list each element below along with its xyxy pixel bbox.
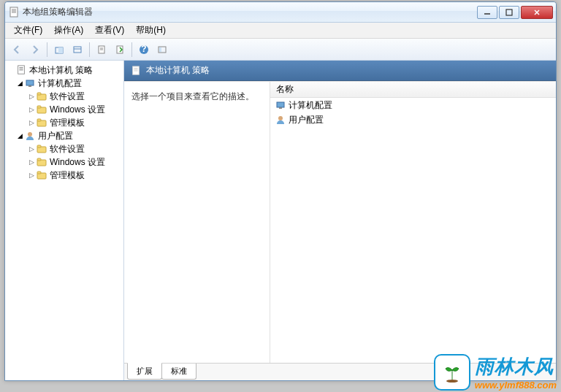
tree-label: 用户配置 [38, 130, 73, 142]
app-icon [8, 7, 20, 18]
svg-rect-19 [37, 119, 41, 121]
tree-pane[interactable]: 本地计算机 策略 ◢ 计算机配置 ▷ 软件设置 ▷ Windows 设置 ▷ 管… [5, 61, 124, 380]
titlebar[interactable]: 本地组策略编辑器 [5, 2, 556, 23]
properties-button[interactable] [93, 41, 110, 58]
back-button[interactable] [8, 41, 26, 58]
list-pane: 名称 计算机配置 用户配置 [270, 82, 556, 363]
tree-label: 管理模板 [50, 117, 85, 129]
export-button[interactable] [111, 41, 129, 58]
menubar: 文件(F) 操作(A) 查看(V) 帮助(H) [5, 23, 556, 39]
svg-rect-24 [37, 158, 41, 161]
expand-icon[interactable]: ▷ [27, 93, 36, 100]
details-title: 本地计算机 策略 [146, 64, 210, 77]
tree-user-config[interactable]: ◢ 用户配置 [7, 129, 122, 142]
folder-icon [36, 91, 47, 102]
details-header: 本地计算机 策略 [124, 61, 556, 81]
toolbar-separator [89, 42, 90, 57]
folder-icon [36, 104, 47, 115]
menu-action[interactable]: 操作(A) [48, 23, 89, 38]
folder-icon [36, 169, 47, 181]
tree-label: Windows 设置 [50, 104, 105, 116]
list-item[interactable]: 用户配置 [270, 112, 556, 127]
svg-rect-22 [37, 145, 41, 147]
tree-windows-settings[interactable]: ▷ Windows 设置 [7, 103, 122, 116]
toolbar-separator [131, 42, 132, 57]
tree-software-settings[interactable]: ▷ 软件设置 [7, 90, 122, 103]
svg-rect-29 [279, 107, 282, 109]
tree-label: 软件设置 [50, 143, 85, 155]
svg-point-31 [446, 380, 458, 383]
window-title: 本地组策略编辑器 [23, 6, 477, 18]
toolbar-extra-button[interactable] [153, 41, 171, 58]
forward-button[interactable] [26, 41, 44, 58]
tree-computer-config[interactable]: ◢ 计算机配置 [7, 77, 122, 90]
menu-file[interactable]: 文件(F) [8, 23, 48, 38]
maximize-button[interactable] [499, 6, 519, 19]
watermark-text: 雨林木风 www.ylmf888.com [475, 354, 557, 391]
folder-icon [36, 143, 47, 155]
list-item-label: 用户配置 [289, 114, 324, 126]
watermark: 雨林木风 www.ylmf888.com [434, 354, 557, 391]
expand-icon[interactable]: ▷ [27, 119, 36, 126]
menu-help[interactable]: 帮助(H) [130, 23, 172, 38]
svg-rect-26 [37, 172, 41, 174]
details-pane: 本地计算机 策略 选择一个项目来查看它的描述。 名称 计算机配置 [124, 61, 556, 380]
list-item[interactable]: 计算机配置 [270, 98, 556, 112]
svg-point-20 [28, 132, 32, 137]
list-item-label: 计算机配置 [289, 99, 332, 112]
folder-icon [36, 117, 47, 128]
svg-rect-10 [159, 47, 161, 52]
tree-admin-templates[interactable]: ▷ 管理模板 [7, 116, 122, 129]
toolbar-separator [47, 42, 47, 57]
watermark-url: www.ylmf888.com [475, 380, 557, 391]
expand-icon[interactable]: ▷ [27, 106, 36, 113]
content-area: 本地计算机 策略 ◢ 计算机配置 ▷ 软件设置 ▷ Windows 设置 ▷ 管… [5, 61, 556, 380]
svg-text:?: ? [141, 45, 146, 54]
watermark-brand: 雨林木风 [475, 354, 557, 380]
tab-extended[interactable]: 扩展 [127, 363, 162, 380]
menu-view[interactable]: 查看(V) [89, 23, 130, 38]
folder-icon [36, 156, 47, 168]
minimize-button[interactable] [477, 6, 497, 19]
expand-icon[interactable]: ▷ [27, 145, 36, 153]
document-icon [15, 64, 27, 76]
svg-rect-3 [58, 47, 63, 53]
help-button[interactable]: ? [135, 41, 153, 58]
svg-rect-13 [28, 85, 31, 87]
svg-rect-17 [37, 106, 41, 108]
tree-label: 本地计算机 策略 [29, 64, 93, 77]
description-pane: 选择一个项目来查看它的描述。 [124, 82, 270, 363]
up-button[interactable] [50, 41, 68, 58]
tree-label: 软件设置 [50, 91, 85, 103]
svg-rect-12 [26, 80, 34, 85]
collapse-icon[interactable]: ◢ [15, 132, 24, 139]
user-icon [275, 114, 286, 126]
expand-icon[interactable]: ▷ [27, 158, 36, 166]
tree-label: 计算机配置 [38, 77, 82, 90]
watermark-logo-icon [434, 354, 470, 391]
expand-icon[interactable]: ▷ [27, 172, 36, 179]
column-header[interactable]: 名称 [270, 82, 556, 98]
description-text: 选择一个项目来查看它的描述。 [131, 91, 262, 103]
main-window: 本地组策略编辑器 文件(F) 操作(A) 查看(V) 帮助(H) ? 本地计算机 [4, 1, 557, 381]
column-name: 名称 [276, 83, 294, 96]
svg-rect-4 [74, 47, 81, 53]
document-icon [130, 65, 142, 77]
close-button[interactable] [521, 6, 553, 19]
tree-windows-settings[interactable]: ▷ Windows 设置 [7, 155, 122, 169]
toolbar: ? [5, 39, 556, 61]
tree-software-settings[interactable]: ▷ 软件设置 [7, 142, 122, 155]
tree-label: 管理模板 [50, 169, 85, 182]
svg-rect-15 [37, 93, 41, 95]
user-icon [24, 130, 36, 142]
tree-root[interactable]: 本地计算机 策略 [7, 64, 122, 77]
computer-icon [24, 77, 36, 89]
tree-admin-templates[interactable]: ▷ 管理模板 [7, 169, 122, 182]
collapse-icon[interactable]: ◢ [15, 80, 24, 87]
svg-rect-28 [277, 102, 284, 107]
tree-label: Windows 设置 [50, 156, 105, 169]
svg-point-30 [278, 116, 283, 120]
computer-icon [275, 99, 286, 111]
tab-standard[interactable]: 标准 [161, 364, 196, 380]
show-hide-tree-button[interactable] [69, 41, 86, 58]
